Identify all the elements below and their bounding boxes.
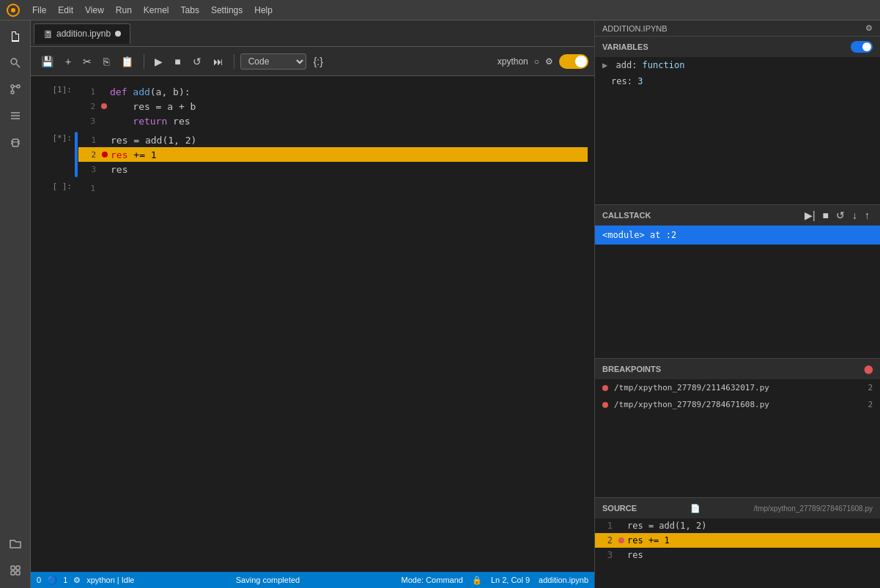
- svg-rect-18: [11, 566, 15, 570]
- callstack-content: <module> at :2: [595, 226, 880, 358]
- stop-button[interactable]: ■: [170, 53, 185, 70]
- tab-bar: 📓 addition.ipynb: [31, 21, 594, 47]
- kernel-settings-icon[interactable]: ⚙: [545, 56, 553, 67]
- source-file-icon: 📄: [690, 504, 700, 513]
- tab-modified-dot: [115, 31, 121, 37]
- variables-label: VARIABLES: [602, 42, 648, 51]
- status-settings[interactable]: ⚙: [73, 576, 81, 585]
- callstack-section: CALLSTACK ▶| ■ ↺ ↓ ↑ <module> at :2: [595, 205, 880, 359]
- svg-point-2: [11, 59, 17, 64]
- breakpoints-section: BREAKPOINTS ⬤ /tmp/xpython_27789/2114632…: [595, 359, 880, 498]
- callstack-item-module[interactable]: <module> at :2: [595, 226, 880, 245]
- source-line-3: 3 res: [595, 548, 880, 562]
- debug-panel: ADDITION.IPYNB ⚙ VARIABLES ▶ add: functi…: [594, 21, 880, 588]
- source-content: 1 res = add(1, 2) 2 res += 1 3 res: [595, 518, 880, 588]
- sidebar-icon-debug[interactable]: [4, 132, 27, 155]
- expand-icon[interactable]: ▶: [602, 60, 607, 70]
- var-value-add: function: [643, 60, 685, 70]
- cell-2-line-3: 3 res: [78, 162, 588, 176]
- cell-1-line-2: 2 res = a + b: [78, 99, 588, 113]
- notebook-panel: 📓 addition.ipynb 💾 + ✂ ⎘ 📋 ▶ ■ ↺ ⏭ Code …: [31, 21, 594, 588]
- notebook-tab[interactable]: 📓 addition.ipynb: [34, 23, 130, 44]
- menu-view[interactable]: View: [79, 4, 110, 17]
- bp-path-2: /tmp/xpython_27789/2784671608.py: [614, 400, 769, 409]
- cut-button[interactable]: ✂: [78, 53, 96, 70]
- svg-rect-20: [11, 571, 15, 575]
- cell-2-line-1: 1 res = add(1, 2): [78, 133, 588, 147]
- svg-rect-19: [16, 566, 20, 570]
- restart-button[interactable]: ↺: [188, 53, 206, 70]
- fast-forward-button[interactable]: ⏭: [209, 53, 228, 70]
- sidebar-icon-search[interactable]: [4, 51, 27, 75]
- bp-line-2: 2: [868, 400, 873, 409]
- sidebar-icon-git[interactable]: [4, 78, 27, 101]
- menu-tabs[interactable]: Tabs: [175, 4, 205, 17]
- cell-type-select[interactable]: Code Markdown Raw: [240, 53, 306, 70]
- notebook-toolbar: 💾 + ✂ ⎘ 📋 ▶ ■ ↺ ⏭ Code Markdown Raw {:} …: [31, 47, 594, 76]
- cell-3: [ ]: 1: [31, 180, 594, 196]
- callstack-header: CALLSTACK ▶| ■ ↺ ↓ ↑: [595, 205, 880, 226]
- step-into-button[interactable]: ↓: [849, 208, 860, 223]
- status-cell-indicator: 🔵: [47, 576, 57, 585]
- restart-debug-button[interactable]: ↺: [833, 208, 848, 223]
- status-left: 0 🔵 1 ⚙ xpython | Idle: [37, 576, 134, 585]
- status-kernel-status: xpython | Idle: [86, 576, 134, 584]
- cell-2-indicator: [*]:: [31, 132, 78, 177]
- cursor-position: Ln 2, Col 9: [491, 576, 530, 584]
- stop-debug-button[interactable]: ■: [820, 208, 832, 223]
- saving-status: Saving completed: [236, 576, 300, 584]
- toolbar-separator-2: [234, 54, 234, 69]
- variables-header: VARIABLES: [595, 37, 880, 57]
- variables-toggle[interactable]: [851, 41, 873, 53]
- status-bar: 0 🔵 1 ⚙ xpython | Idle Saving completed …: [31, 572, 594, 588]
- debug-panel-header: ADDITION.IPYNB ⚙: [595, 21, 880, 37]
- continue-button[interactable]: ▶|: [802, 208, 818, 223]
- app-logo: [6, 3, 21, 18]
- copy-button[interactable]: ⎘: [99, 53, 114, 70]
- bp-dot-2: [602, 402, 608, 408]
- variables-section: VARIABLES ▶ add: function res: 3: [595, 37, 880, 205]
- menu-help[interactable]: Help: [248, 4, 278, 17]
- sidebar-icon-extensions[interactable]: [4, 559, 27, 582]
- cell-3-body[interactable]: 1: [78, 180, 588, 196]
- cell-active-indicator: [75, 132, 78, 177]
- sidebar-icon-folder[interactable]: [4, 532, 27, 556]
- step-out-button[interactable]: ↑: [862, 208, 873, 223]
- variables-content: ▶ add: function res: 3: [595, 57, 880, 204]
- main-area: 📓 addition.ipynb 💾 + ✂ ⎘ 📋 ▶ ■ ↺ ⏭ Code …: [0, 21, 880, 588]
- toolbar-separator-1: [144, 54, 144, 69]
- svg-point-5: [17, 85, 20, 88]
- paste-button[interactable]: 📋: [117, 53, 138, 70]
- var-item-res: res: 3: [595, 73, 880, 89]
- menu-settings[interactable]: Settings: [205, 4, 248, 17]
- filename-status: addition.ipynb: [539, 576, 588, 584]
- source-label: SOURCE: [602, 504, 637, 513]
- debug-toggle[interactable]: [559, 54, 588, 69]
- menu-file[interactable]: File: [26, 4, 52, 17]
- save-button[interactable]: 💾: [37, 53, 58, 70]
- source-header: SOURCE 📄 /tmp/xpython_27789/2784671608.p…: [595, 498, 880, 518]
- cell-1-body[interactable]: 1 def add(a, b): 2 res = a + b 3: [78, 83, 588, 129]
- var-item-add: ▶ add: function: [595, 57, 880, 73]
- bp-dot-1: [602, 385, 608, 391]
- menu-edit[interactable]: Edit: [52, 4, 79, 17]
- cell-2-line-2: 2 res += 1: [78, 147, 588, 162]
- add-cell-button[interactable]: +: [61, 53, 75, 70]
- cell-1: [1]: 1 def add(a, b): 2 res = a + b: [31, 83, 594, 129]
- sidebar-icon-tableofcontents[interactable]: [4, 104, 27, 127]
- debug-settings-icon[interactable]: ⚙: [865, 23, 873, 33]
- kernel-info: xpython ○ ⚙: [498, 54, 588, 69]
- menu-run[interactable]: Run: [110, 4, 138, 17]
- breakpoints-content: /tmp/xpython_27789/2114632017.py 2 /tmp/…: [595, 379, 880, 497]
- menu-bar: File Edit View Run Kernel Tabs Settings …: [0, 0, 880, 21]
- svg-line-3: [16, 64, 20, 68]
- bracket-button[interactable]: {:}: [309, 53, 328, 70]
- menu-kernel[interactable]: Kernel: [138, 4, 175, 17]
- source-file-path: /tmp/xpython_27789/2784671608.py: [754, 505, 873, 513]
- sidebar-icon-files[interactable]: [4, 25, 27, 48]
- breakpoints-circle-icon: ⬤: [864, 365, 873, 374]
- var-value-res: 3: [637, 76, 643, 86]
- cell-2-body[interactable]: 1 res = add(1, 2) 2 res += 1 3 re: [78, 132, 588, 177]
- run-button[interactable]: ▶: [150, 53, 167, 70]
- svg-rect-21: [16, 571, 20, 575]
